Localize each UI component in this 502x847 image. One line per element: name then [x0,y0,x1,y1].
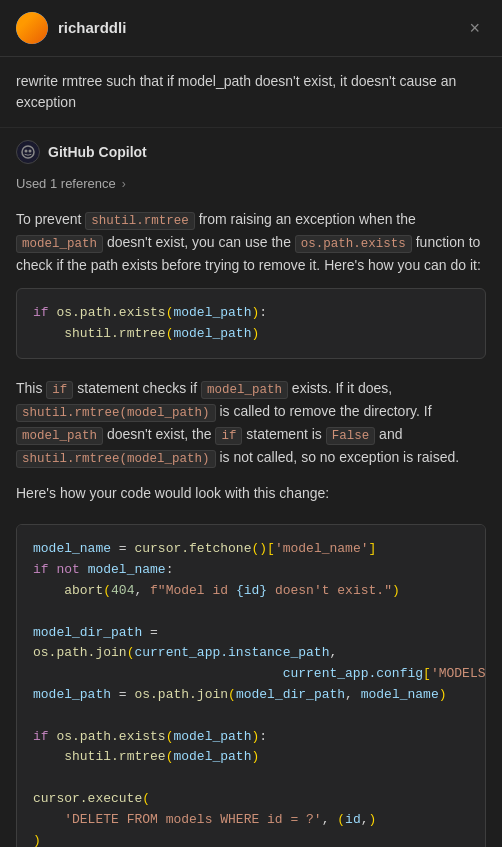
inline-code-model-path-3: model_path [16,427,103,445]
inline-code-os-path-exists: os.path.exists [295,235,412,253]
small-code-block: if os.path.exists(model_path): shutil.rm… [16,288,486,360]
code-line-m6: if os.path.exists(model_path): [33,727,469,748]
copilot-name: GitHub Copilot [48,142,147,163]
copilot-icon [16,140,40,164]
fn-shutil-rmtree: shutil.rmtree [64,326,165,341]
code-line-blank1 [33,602,469,623]
username: richarddli [58,17,126,40]
inline-code-if-1: if [46,381,73,399]
inline-code-if-2: if [215,427,242,445]
para1-before: To prevent [16,211,85,227]
inline-code-rmtree-2: shutil.rmtree(model_path) [16,450,216,468]
close-button[interactable]: × [463,16,486,41]
inline-code-model-path-2: model_path [201,381,288,399]
svg-point-1 [25,150,28,153]
code-line-m3: abort(404, f"Model id {id} doesn't exist… [33,581,469,602]
code-line-m5: model_path = os.path.join(model_dir_path… [33,685,469,706]
chevron-right-icon: › [122,175,126,193]
reference-row[interactable]: Used 1 reference › [16,174,486,194]
response-paragraph-2: This if statement checks if model_path e… [0,371,502,475]
para2-mid4: doesn't exist, the [103,426,215,442]
inline-code-rmtree-1: shutil.rmtree(model_path) [16,404,216,422]
response-paragraph-1: To prevent shutil.rmtree from raising an… [0,208,502,276]
code-line-m2: if not model_name: [33,560,469,581]
code-line-blank2 [33,706,469,727]
copilot-section: GitHub Copilot Used 1 reference › [0,128,502,194]
code-line-m8: cursor.execute( [33,789,469,810]
para2-mid3: is called to remove the directory. If [216,403,432,419]
header: richarddli × [0,0,502,57]
keyword-if: if [33,305,49,320]
code-line-2: shutil.rmtree(model_path) [33,324,469,345]
code-line-m7: shutil.rmtree(model_path) [33,747,469,768]
para2-pre: This [16,380,46,396]
code-line-m10: ) [33,831,469,847]
inline-code-false: False [326,427,376,445]
para1-mid1: from raising an exception when the [195,211,416,227]
para2-after: is not called, so no exception is raised… [216,449,460,465]
code-line-1: if os.path.exists(model_path): [33,303,469,324]
copilot-header: GitHub Copilot [16,140,486,164]
section-heading: Here's how your code would look with thi… [0,475,502,512]
para1-mid2: doesn't exist, you can use the [103,234,295,250]
copilot-logo-icon [20,144,36,160]
user-message-text: rewrite rmtree such that if model_path d… [16,73,456,110]
code-line-m4: model_dir_path = os.path.join(current_ap… [33,623,469,665]
param-model-path-2: model_path [173,326,251,341]
large-code-block: model_name = cursor.fetchone()['model_na… [16,524,486,847]
bracket-close-2: ) [251,326,259,341]
para2-mid6: and [375,426,402,442]
svg-point-2 [29,150,32,153]
svg-point-0 [22,146,34,158]
para2-mid5: statement is [242,426,325,442]
para2-mid1: statement checks if [73,380,201,396]
avatar-image [16,12,48,44]
inline-code-model-path-1: model_path [16,235,103,253]
code-line-m9: 'DELETE FROM models WHERE id = ?', (id,) [33,810,469,831]
avatar [16,12,48,44]
code-line-blank3 [33,768,469,789]
fn-os-path-exists: os.path.exists [56,305,165,320]
code-line-m4b: current_app.config['MODELS_DIR']) [33,664,469,685]
user-message: rewrite rmtree such that if model_path d… [0,57,502,128]
para2-mid2: exists. If it does, [288,380,392,396]
code-line-m1: model_name = cursor.fetchone()['model_na… [33,539,469,560]
inline-code-shutil-rmtree: shutil.rmtree [85,212,195,230]
param-model-path-1: model_path [173,305,251,320]
header-left: richarddli [16,12,126,44]
reference-label: Used 1 reference [16,174,116,194]
